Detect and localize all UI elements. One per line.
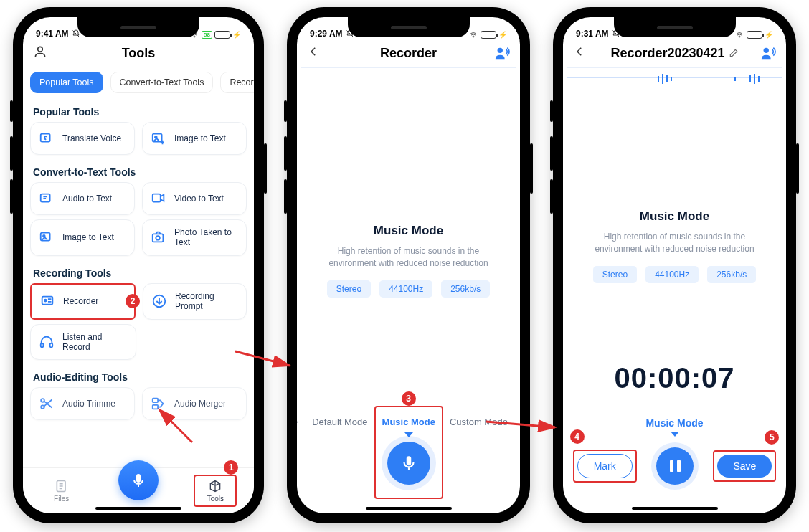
svg-rect-6 xyxy=(153,194,161,202)
chip-bitrate: 256kb/s xyxy=(707,266,756,283)
svg-point-0 xyxy=(194,37,195,37)
merge-icon xyxy=(150,395,167,412)
step-badge-4: 4 xyxy=(570,429,585,444)
mode-music[interactable]: Music Mode xyxy=(382,417,435,427)
tool-recorder[interactable]: Recorder 2 xyxy=(30,283,136,320)
tab-popular[interactable]: Popular Tools xyxy=(30,72,103,93)
side-button xyxy=(10,136,13,171)
translate-icon xyxy=(38,130,55,147)
section-convert: Convert-to-Text Tools xyxy=(23,159,254,182)
svg-point-26 xyxy=(764,48,769,53)
back-button[interactable] xyxy=(307,45,320,62)
record-fab[interactable] xyxy=(118,460,159,500)
tool-listen-record[interactable]: Listen and Record xyxy=(30,324,136,361)
mark-button[interactable]: Mark xyxy=(577,454,633,478)
side-button xyxy=(10,100,13,122)
side-button xyxy=(530,143,533,194)
charging-icon: ⚡ xyxy=(498,31,507,39)
tab-recording[interactable]: Recordin xyxy=(220,72,254,93)
side-button xyxy=(284,100,287,122)
mode-clip[interactable]: le xyxy=(297,417,298,427)
tool-photo-to-text[interactable]: Photo Taken to Text xyxy=(142,219,247,256)
edit-icon[interactable] xyxy=(729,48,739,58)
tool-label: Recorder xyxy=(63,296,98,306)
video-text-icon xyxy=(150,190,167,207)
tool-label: Audio to Text xyxy=(62,194,112,204)
mic-icon xyxy=(399,454,418,472)
mic-icon xyxy=(130,472,147,489)
nav-files[interactable]: Files xyxy=(40,479,83,503)
side-button xyxy=(264,143,267,194)
step-badge-2: 2 xyxy=(126,294,140,308)
side-button xyxy=(10,179,13,214)
svg-point-10 xyxy=(156,237,160,241)
phone-recorder: 9:29 AM ⚡ Recorder Music Mode High reten… xyxy=(287,7,530,523)
svg-rect-9 xyxy=(153,234,164,242)
charging-icon: ⚡ xyxy=(765,31,773,39)
step-badge-3: 3 xyxy=(402,391,416,406)
tool-label: Audio Trimme xyxy=(62,399,115,409)
back-button[interactable] xyxy=(573,45,586,62)
tool-recording-prompt[interactable]: Recording Prompt xyxy=(143,283,247,320)
tool-label: Translate Voice xyxy=(62,133,121,143)
pause-icon xyxy=(677,460,681,472)
nav-label: Tools xyxy=(207,495,224,503)
tool-video-to-text[interactable]: Video to Text xyxy=(142,182,247,215)
camera-icon xyxy=(150,229,167,246)
wifi-icon xyxy=(734,32,744,39)
waveform-strip xyxy=(567,67,782,87)
tool-label: Video to Text xyxy=(174,194,224,204)
section-popular: Popular Tools xyxy=(23,99,254,122)
status-time: 9:41 AM xyxy=(36,29,69,39)
mode-custom[interactable]: Custom Mode xyxy=(450,417,508,427)
tool-audio-trimmer[interactable]: Audio Trimme xyxy=(30,387,135,420)
image-text-icon xyxy=(38,229,55,246)
side-button xyxy=(550,100,553,122)
svg-rect-2 xyxy=(41,134,50,142)
tab-convert[interactable]: Convert-to-Text Tools xyxy=(110,72,214,93)
battery-icon xyxy=(481,31,496,39)
scissors-icon xyxy=(38,395,55,412)
tool-image-to-text[interactable]: Image to Text xyxy=(142,122,247,155)
pause-button[interactable] xyxy=(656,447,694,485)
side-button xyxy=(284,136,287,171)
page-title: Recorder xyxy=(380,46,437,61)
svg-rect-18 xyxy=(153,399,158,403)
tool-audio-merger[interactable]: Audio Merger xyxy=(142,387,247,420)
profile-icon[interactable] xyxy=(33,44,47,62)
battery-icon xyxy=(214,31,230,39)
mode-title: Music Mode xyxy=(563,209,786,224)
mode-default[interactable]: Default Mode xyxy=(312,417,367,427)
pause-icon xyxy=(670,460,673,472)
svg-point-12 xyxy=(44,300,47,302)
tool-label: Recording Prompt xyxy=(175,291,239,312)
notch xyxy=(77,17,199,37)
tool-image-to-text-2[interactable]: Image to Text xyxy=(30,219,135,256)
waveform-strip xyxy=(301,67,516,87)
current-mode-label: Music Mode xyxy=(563,417,786,429)
download-circle-icon xyxy=(151,293,168,310)
mode-picker[interactable]: le Default Mode Music Mode Custom Mode xyxy=(297,417,520,427)
status-time: 9:31 AM xyxy=(576,29,609,39)
wifi-icon xyxy=(468,32,478,39)
record-button[interactable] xyxy=(387,442,430,485)
tool-audio-to-text[interactable]: Audio to Text xyxy=(30,182,135,215)
home-indicator xyxy=(95,507,181,510)
nav-tools[interactable]: Tools 1 xyxy=(194,475,237,507)
mode-description: High retention of music sounds in the en… xyxy=(297,238,520,280)
step-badge-5: 5 xyxy=(765,430,779,445)
highlight-box-4: 4 Mark xyxy=(573,450,637,483)
signal-icon: 58 xyxy=(202,31,212,39)
svg-point-1 xyxy=(38,47,43,52)
side-button xyxy=(796,143,799,194)
tool-label: Listen and Record xyxy=(62,332,128,353)
section-recording: Recording Tools xyxy=(23,260,254,283)
voice-profile-icon[interactable] xyxy=(494,45,510,61)
save-button[interactable]: Save xyxy=(717,455,772,478)
battery-icon xyxy=(747,31,762,39)
voice-profile-icon[interactable] xyxy=(760,45,776,61)
tool-translate-voice[interactable]: Translate Voice xyxy=(30,122,135,155)
chip-bitrate: 256kb/s xyxy=(441,280,490,298)
notch xyxy=(614,17,736,37)
files-icon xyxy=(55,479,69,493)
